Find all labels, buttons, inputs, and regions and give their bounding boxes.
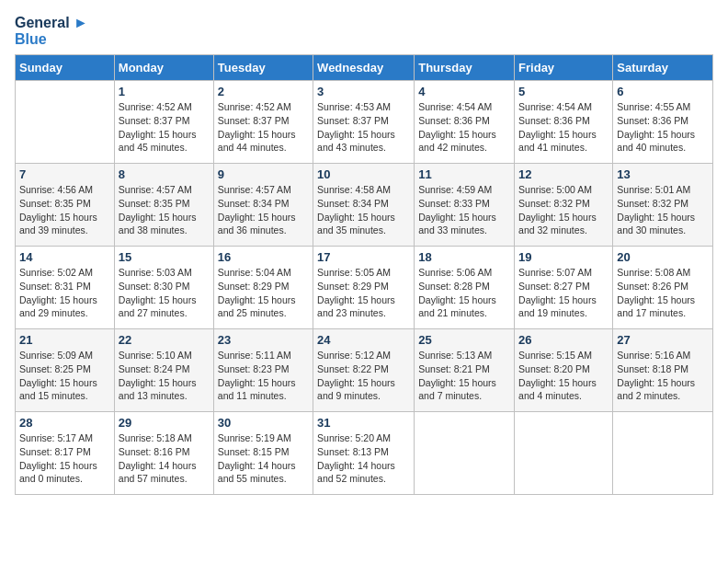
- day-number: 22: [119, 333, 210, 347]
- day-number: 30: [218, 416, 309, 430]
- day-info: Sunrise: 5:19 AM Sunset: 8:15 PM Dayligh…: [218, 431, 309, 486]
- day-info: Sunrise: 5:20 AM Sunset: 8:13 PM Dayligh…: [317, 431, 410, 486]
- day-info: Sunrise: 5:11 AM Sunset: 8:23 PM Dayligh…: [218, 349, 309, 403]
- day-number: 18: [418, 250, 510, 264]
- week-row-2: 7Sunrise: 4:56 AM Sunset: 8:35 PM Daylig…: [16, 164, 713, 247]
- day-cell: 1Sunrise: 4:52 AM Sunset: 8:37 PM Daylig…: [114, 81, 213, 164]
- day-info: Sunrise: 5:13 AM Sunset: 8:21 PM Dayligh…: [418, 349, 510, 403]
- day-cell: [415, 412, 515, 495]
- day-info: Sunrise: 4:55 AM Sunset: 8:36 PM Dayligh…: [617, 100, 709, 155]
- day-number: 16: [218, 250, 309, 264]
- day-number: 11: [418, 167, 510, 181]
- day-number: 4: [418, 85, 510, 98]
- day-cell: 15Sunrise: 5:03 AM Sunset: 8:30 PM Dayli…: [114, 247, 213, 329]
- day-info: Sunrise: 4:58 AM Sunset: 8:34 PM Dayligh…: [317, 183, 410, 237]
- day-info: Sunrise: 4:57 AM Sunset: 8:35 PM Dayligh…: [119, 183, 210, 237]
- day-info: Sunrise: 5:03 AM Sunset: 8:30 PM Dayligh…: [119, 266, 210, 320]
- day-number: 19: [518, 250, 609, 264]
- day-number: 14: [19, 250, 110, 264]
- day-cell: 2Sunrise: 4:52 AM Sunset: 8:37 PM Daylig…: [213, 81, 313, 164]
- day-cell: 3Sunrise: 4:53 AM Sunset: 8:37 PM Daylig…: [313, 81, 415, 164]
- day-cell: 25Sunrise: 5:13 AM Sunset: 8:21 PM Dayli…: [415, 329, 515, 412]
- day-info: Sunrise: 5:04 AM Sunset: 8:29 PM Dayligh…: [218, 266, 309, 320]
- day-info: Sunrise: 5:16 AM Sunset: 8:18 PM Dayligh…: [617, 349, 709, 403]
- day-cell: 8Sunrise: 4:57 AM Sunset: 8:35 PM Daylig…: [114, 164, 213, 247]
- page-header: General ►Blue: [15, 15, 713, 47]
- header-cell-sunday: Sunday: [16, 55, 115, 81]
- logo: General ►Blue: [15, 15, 88, 47]
- day-cell: 6Sunrise: 4:55 AM Sunset: 8:36 PM Daylig…: [613, 81, 713, 164]
- day-info: Sunrise: 4:52 AM Sunset: 8:37 PM Dayligh…: [119, 100, 210, 155]
- day-cell: 22Sunrise: 5:10 AM Sunset: 8:24 PM Dayli…: [114, 329, 213, 412]
- day-cell: 29Sunrise: 5:18 AM Sunset: 8:16 PM Dayli…: [114, 412, 213, 495]
- day-info: Sunrise: 4:54 AM Sunset: 8:36 PM Dayligh…: [418, 100, 510, 155]
- header-cell-saturday: Saturday: [613, 55, 713, 81]
- day-number: 27: [617, 333, 709, 347]
- day-cell: 19Sunrise: 5:07 AM Sunset: 8:27 PM Dayli…: [515, 247, 613, 329]
- day-number: 8: [119, 167, 210, 181]
- day-cell: 12Sunrise: 5:00 AM Sunset: 8:32 PM Dayli…: [515, 164, 613, 247]
- day-number: 28: [19, 416, 110, 430]
- week-row-5: 28Sunrise: 5:17 AM Sunset: 8:17 PM Dayli…: [16, 412, 713, 495]
- day-cell: 20Sunrise: 5:08 AM Sunset: 8:26 PM Dayli…: [613, 247, 713, 329]
- day-number: 23: [218, 333, 309, 347]
- day-cell: 4Sunrise: 4:54 AM Sunset: 8:36 PM Daylig…: [415, 81, 515, 164]
- day-info: Sunrise: 4:53 AM Sunset: 8:37 PM Dayligh…: [317, 100, 410, 155]
- day-cell: 14Sunrise: 5:02 AM Sunset: 8:31 PM Dayli…: [16, 247, 115, 329]
- day-cell: 31Sunrise: 5:20 AM Sunset: 8:13 PM Dayli…: [313, 412, 415, 495]
- day-number: 10: [317, 167, 410, 181]
- day-number: 31: [317, 416, 410, 430]
- day-cell: 24Sunrise: 5:12 AM Sunset: 8:22 PM Dayli…: [313, 329, 415, 412]
- week-row-3: 14Sunrise: 5:02 AM Sunset: 8:31 PM Dayli…: [16, 247, 713, 329]
- day-number: 25: [418, 333, 510, 347]
- day-info: Sunrise: 4:57 AM Sunset: 8:34 PM Dayligh…: [218, 183, 309, 237]
- day-cell: 23Sunrise: 5:11 AM Sunset: 8:23 PM Dayli…: [213, 329, 313, 412]
- day-info: Sunrise: 5:12 AM Sunset: 8:22 PM Dayligh…: [317, 349, 410, 403]
- day-info: Sunrise: 5:02 AM Sunset: 8:31 PM Dayligh…: [19, 266, 110, 320]
- day-info: Sunrise: 4:59 AM Sunset: 8:33 PM Dayligh…: [418, 183, 510, 237]
- day-info: Sunrise: 5:18 AM Sunset: 8:16 PM Dayligh…: [119, 431, 210, 486]
- header-cell-wednesday: Wednesday: [313, 55, 415, 81]
- day-number: 5: [518, 85, 609, 98]
- day-info: Sunrise: 4:54 AM Sunset: 8:36 PM Dayligh…: [518, 100, 609, 155]
- day-cell: 11Sunrise: 4:59 AM Sunset: 8:33 PM Dayli…: [415, 164, 515, 247]
- day-info: Sunrise: 5:01 AM Sunset: 8:32 PM Dayligh…: [617, 183, 709, 237]
- day-number: 21: [19, 333, 110, 347]
- day-cell: 28Sunrise: 5:17 AM Sunset: 8:17 PM Dayli…: [16, 412, 115, 495]
- day-number: 7: [19, 167, 110, 181]
- day-cell: 7Sunrise: 4:56 AM Sunset: 8:35 PM Daylig…: [16, 164, 115, 247]
- day-cell: 5Sunrise: 4:54 AM Sunset: 8:36 PM Daylig…: [515, 81, 613, 164]
- week-row-4: 21Sunrise: 5:09 AM Sunset: 8:25 PM Dayli…: [16, 329, 713, 412]
- day-info: Sunrise: 4:52 AM Sunset: 8:37 PM Dayligh…: [218, 100, 309, 155]
- day-cell: 26Sunrise: 5:15 AM Sunset: 8:20 PM Dayli…: [515, 329, 613, 412]
- day-cell: 27Sunrise: 5:16 AM Sunset: 8:18 PM Dayli…: [613, 329, 713, 412]
- header-cell-thursday: Thursday: [415, 55, 515, 81]
- day-info: Sunrise: 5:17 AM Sunset: 8:17 PM Dayligh…: [19, 431, 110, 486]
- day-number: 24: [317, 333, 410, 347]
- day-info: Sunrise: 5:00 AM Sunset: 8:32 PM Dayligh…: [518, 183, 609, 237]
- day-cell: 30Sunrise: 5:19 AM Sunset: 8:15 PM Dayli…: [213, 412, 313, 495]
- day-number: 20: [617, 250, 709, 264]
- day-cell: 10Sunrise: 4:58 AM Sunset: 8:34 PM Dayli…: [313, 164, 415, 247]
- calendar-table: SundayMondayTuesdayWednesdayThursdayFrid…: [15, 54, 713, 495]
- day-number: 3: [317, 85, 410, 98]
- day-cell: [613, 412, 713, 495]
- day-info: Sunrise: 5:09 AM Sunset: 8:25 PM Dayligh…: [19, 349, 110, 403]
- day-cell: 18Sunrise: 5:06 AM Sunset: 8:28 PM Dayli…: [415, 247, 515, 329]
- day-cell: [16, 81, 115, 164]
- day-info: Sunrise: 5:15 AM Sunset: 8:20 PM Dayligh…: [518, 349, 609, 403]
- day-number: 15: [119, 250, 210, 264]
- day-info: Sunrise: 4:56 AM Sunset: 8:35 PM Dayligh…: [19, 183, 110, 237]
- day-number: 2: [218, 85, 309, 98]
- day-info: Sunrise: 5:10 AM Sunset: 8:24 PM Dayligh…: [119, 349, 210, 403]
- day-number: 26: [518, 333, 609, 347]
- day-number: 17: [317, 250, 410, 264]
- day-cell: [515, 412, 613, 495]
- day-cell: 9Sunrise: 4:57 AM Sunset: 8:34 PM Daylig…: [213, 164, 313, 247]
- day-number: 29: [119, 416, 210, 430]
- day-cell: 13Sunrise: 5:01 AM Sunset: 8:32 PM Dayli…: [613, 164, 713, 247]
- header-cell-friday: Friday: [515, 55, 613, 81]
- day-cell: 17Sunrise: 5:05 AM Sunset: 8:29 PM Dayli…: [313, 247, 415, 329]
- header-cell-monday: Monday: [114, 55, 213, 81]
- day-info: Sunrise: 5:08 AM Sunset: 8:26 PM Dayligh…: [617, 266, 709, 320]
